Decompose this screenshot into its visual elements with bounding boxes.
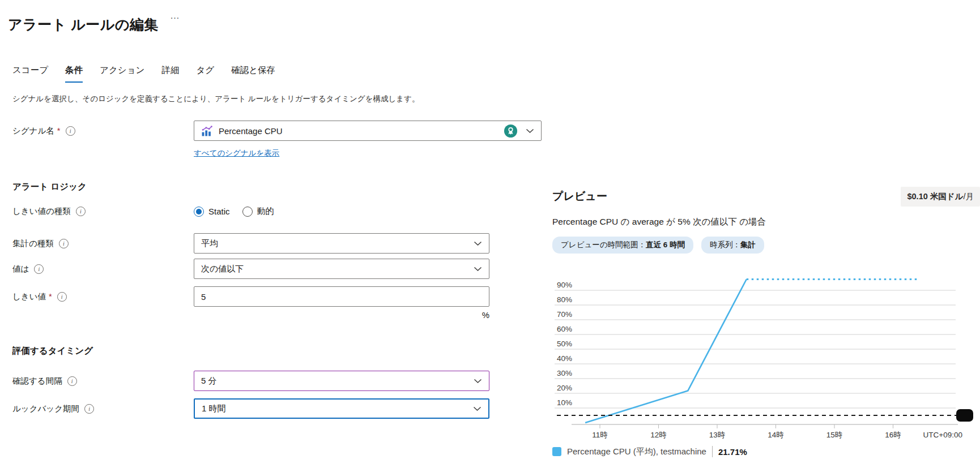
signal-combobox-value: Percentage CPU — [219, 126, 283, 136]
radio-static[interactable]: Static — [194, 207, 230, 217]
signal-combobox[interactable]: Percentage CPU — [194, 121, 542, 141]
threshold-value-row: しきい値 * i 5 — [12, 286, 489, 307]
chevron-down-icon — [474, 241, 482, 246]
legend-color-swatch — [552, 447, 561, 456]
check-frequency-row: 確認する間隔 i 5 分 — [12, 371, 489, 391]
check-frequency-select[interactable]: 5 分 — [194, 371, 489, 391]
y-tick-label: 60% — [557, 325, 572, 333]
chevron-down-icon — [526, 128, 534, 134]
operator-select-value: 次の値以下 — [201, 264, 244, 274]
info-icon[interactable]: i — [66, 126, 75, 136]
y-tick-label: 20% — [557, 384, 572, 392]
check-frequency-select-value: 5 分 — [201, 376, 217, 387]
lookback-period-select[interactable]: 1 時間 — [194, 398, 489, 419]
threshold-handle[interactable] — [956, 409, 973, 422]
alert-logic-heading: アラート ロジック — [12, 181, 87, 193]
threshold-unit-label: % — [194, 310, 489, 320]
estimated-cost-amount: $0.10 米国ドル — [907, 192, 963, 201]
x-tick-label: 14時 — [768, 431, 784, 439]
time-range-pill[interactable]: プレビューの時間範囲：直近 6 時間 — [552, 237, 693, 254]
tab-actions[interactable]: アクション — [100, 65, 144, 83]
radio-dynamic[interactable]: 動的 — [242, 206, 274, 217]
preview-heading: プレビュー — [552, 189, 607, 204]
signal-name-row: シグナル名 * i Percentage CPU — [12, 121, 542, 141]
lookback-period-label-text: ルックバック期間 — [12, 403, 79, 414]
recommended-signal-badge-icon — [504, 124, 518, 138]
threshold-type-label-text: しきい値の種類 — [12, 206, 71, 217]
time-series-pill[interactable]: 時系列：集計 — [701, 237, 764, 254]
info-icon[interactable]: i — [67, 376, 77, 386]
signal-name-label: シグナル名 * i — [12, 126, 194, 136]
info-icon[interactable]: i — [34, 264, 44, 274]
legend-series-name: Percentage CPU (平均), testmachine — [567, 446, 706, 457]
time-series-pill-value: 集計 — [740, 241, 756, 249]
info-icon[interactable]: i — [76, 207, 86, 216]
condition-summary: Percentage CPU の average が 5% 次の値以下 の場合 — [552, 216, 980, 228]
info-icon[interactable]: i — [59, 239, 69, 248]
more-menu-icon[interactable]: … — [170, 10, 181, 22]
radio-static-circle[interactable] — [194, 207, 204, 217]
check-frequency-label-text: 確認する間隔 — [12, 376, 62, 387]
signal-name-label-text: シグナル名 — [12, 126, 54, 136]
info-icon[interactable]: i — [57, 292, 67, 302]
tab-scope[interactable]: スコープ — [12, 65, 48, 83]
page-title: アラート ルールの編集 — [8, 15, 159, 34]
y-tick-label: 10% — [557, 398, 572, 407]
lookback-period-select-value: 1 時間 — [202, 403, 226, 414]
radio-dynamic-circle[interactable] — [242, 207, 253, 217]
condition-description: シグナルを選択し、そのロジックを定義することにより、アラート ルールをトリガーす… — [12, 94, 419, 104]
operator-label-text: 値は — [12, 264, 29, 274]
aggregation-row: 集計の種類 i 平均 — [12, 233, 489, 254]
radio-static-label: Static — [208, 207, 230, 216]
preview-filter-pills: プレビューの時間範囲：直近 6 時間 時系列：集計 — [552, 237, 980, 254]
operator-label: 値は i — [12, 264, 194, 274]
tab-review-save[interactable]: 確認と保存 — [231, 65, 275, 83]
x-tick-label: 13時 — [709, 431, 726, 439]
y-tick-label: 50% — [557, 340, 572, 348]
threshold-type-radio-group: Static 動的 — [194, 206, 274, 217]
y-tick-label: 90% — [557, 281, 572, 289]
tab-bar: スコープ 条件 アクション 詳細 タグ 確認と保存 — [12, 65, 275, 83]
show-all-signals-link[interactable]: すべてのシグナルを表示 — [194, 148, 279, 158]
radio-dynamic-label: 動的 — [257, 206, 274, 217]
aggregation-select[interactable]: 平均 — [194, 233, 489, 254]
tab-details[interactable]: 詳細 — [161, 65, 179, 83]
time-series-pill-prefix: 時系列： — [710, 241, 740, 249]
operator-select[interactable]: 次の値以下 — [194, 259, 489, 279]
y-tick-label: 30% — [557, 369, 572, 377]
threshold-type-label: しきい値の種類 i — [12, 206, 194, 217]
aggregation-select-value: 平均 — [201, 238, 218, 249]
required-asterisk: * — [49, 292, 52, 301]
aggregation-label-text: 集計の種類 — [12, 238, 54, 249]
x-tick-label: 12時 — [650, 431, 667, 439]
preview-chart: 10%20%30%40%50%60%70%80%90%11時12時13時14時1… — [552, 258, 980, 443]
aggregation-label: 集計の種類 i — [12, 238, 194, 249]
preview-panel: プレビュー $0.10 米国ドル/月 Percentage CPU の aver… — [552, 187, 980, 457]
threshold-type-row: しきい値の種類 i Static 動的 — [12, 206, 274, 217]
info-icon[interactable]: i — [84, 404, 94, 414]
chevron-down-icon — [474, 267, 482, 272]
preview-header: プレビュー $0.10 米国ドル/月 — [552, 187, 980, 207]
time-range-pill-prefix: プレビューの時間範囲： — [561, 241, 646, 249]
threshold-value-input[interactable]: 5 — [194, 286, 489, 307]
y-tick-label: 80% — [557, 295, 572, 304]
series-line — [585, 280, 747, 423]
threshold-value-label-text: しきい値 — [12, 291, 46, 302]
tab-condition[interactable]: 条件 — [65, 65, 83, 83]
estimated-cost-period: /月 — [963, 192, 974, 201]
threshold-value-label: しきい値 * i — [12, 291, 194, 302]
chevron-down-icon — [473, 406, 482, 411]
metric-signal-icon — [201, 125, 213, 137]
required-asterisk: * — [57, 126, 61, 135]
x-tick-label: 16時 — [885, 431, 901, 439]
tab-tags[interactable]: タグ — [196, 65, 214, 83]
y-tick-label: 40% — [557, 354, 572, 363]
x-tick-label: 15時 — [826, 431, 843, 439]
legend-latest-value: 21.71% — [718, 447, 747, 457]
preview-chart-svg: 10%20%30%40%50%60%70%80%90%11時12時13時14時1… — [552, 258, 980, 440]
lookback-period-label: ルックバック期間 i — [12, 403, 194, 414]
chart-legend[interactable]: Percentage CPU (平均), testmachine 21.71% — [552, 446, 980, 457]
x-tick-label: 11時 — [592, 431, 608, 439]
lookback-period-row: ルックバック期間 i 1 時間 — [12, 398, 489, 419]
threshold-value-input-value: 5 — [201, 292, 206, 302]
